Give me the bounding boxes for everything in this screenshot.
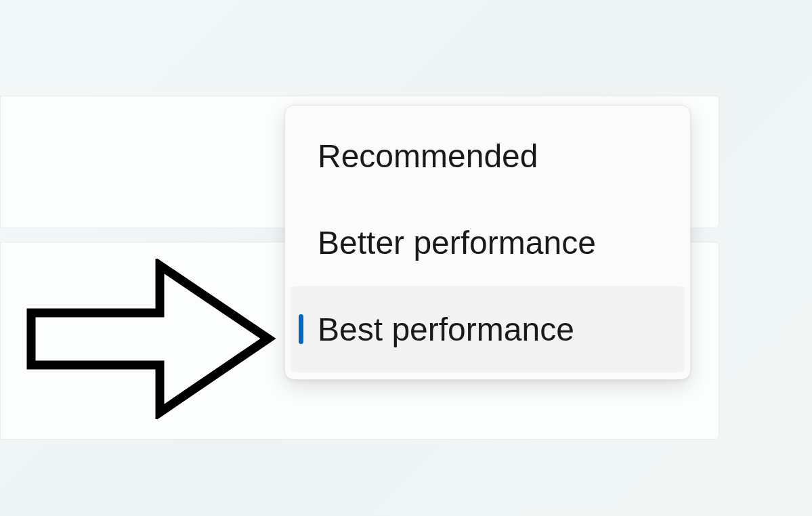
selection-indicator bbox=[299, 314, 303, 344]
menu-item-recommended[interactable]: Recommended bbox=[291, 112, 685, 199]
menu-item-better-performance[interactable]: Better performance bbox=[291, 199, 685, 286]
menu-item-label: Better performance bbox=[318, 224, 596, 261]
menu-item-label: Recommended bbox=[318, 137, 538, 175]
arrow-right-icon bbox=[24, 259, 276, 419]
menu-item-best-performance[interactable]: Best performance bbox=[291, 286, 685, 372]
menu-item-label: Best performance bbox=[318, 311, 574, 348]
power-mode-dropdown: Recommended Better performance Best perf… bbox=[284, 105, 691, 380]
